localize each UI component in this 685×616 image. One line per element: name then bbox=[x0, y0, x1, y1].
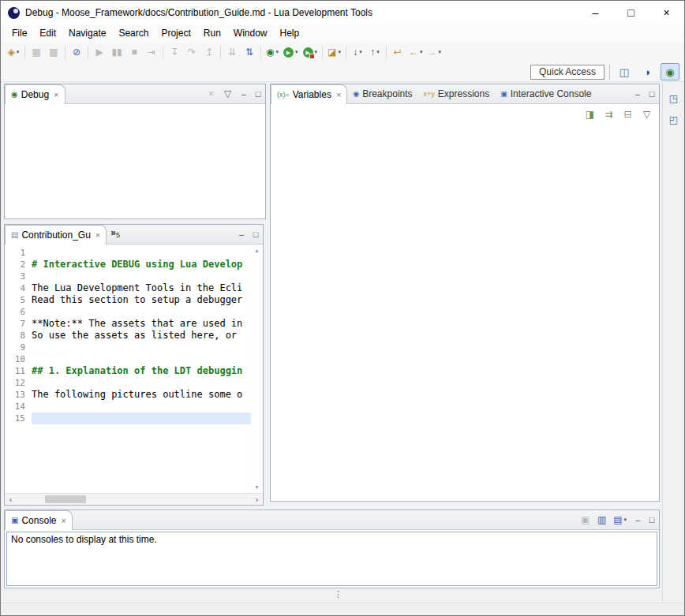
pin-console-icon[interactable]: ▣▾ bbox=[578, 513, 592, 527]
menu-navigate[interactable]: Navigate bbox=[62, 26, 112, 40]
suspend-button[interactable]: ▮▮▾ bbox=[109, 43, 125, 61]
view-menu-icon[interactable]: ▽▾ bbox=[221, 87, 234, 101]
debug-perspective-button[interactable]: ◉ bbox=[661, 63, 679, 80]
menu-search[interactable]: Search bbox=[112, 26, 155, 40]
show-logical-structure-icon[interactable]: ⇉ bbox=[602, 107, 616, 121]
code-line[interactable]: 2 # Interactive DEBUG using Lua Develop bbox=[5, 259, 251, 271]
scroll-down-icon[interactable]: ▾ bbox=[255, 483, 258, 491]
restore-minimized-view-icon[interactable]: ◳ bbox=[667, 91, 680, 106]
scroll-up-icon[interactable]: ▴ bbox=[255, 247, 258, 254]
collapse-all-icon[interactable]: ⊟ bbox=[621, 107, 634, 121]
scroll-left-icon[interactable]: ‹ bbox=[5, 495, 17, 504]
terminate-button[interactable]: ■▾ bbox=[126, 43, 142, 61]
minimize-view-icon[interactable]: – bbox=[237, 84, 251, 103]
minimize-view-icon[interactable]: – bbox=[631, 84, 645, 103]
code-line[interactable]: 5 Read this section to setup a debugger bbox=[5, 294, 251, 306]
close-tab-icon[interactable]: × bbox=[61, 516, 66, 525]
file-icon: ▤ bbox=[11, 231, 18, 239]
horizontal-scrollbar[interactable]: ‹ › bbox=[5, 493, 263, 505]
tab-icon: (x)= bbox=[277, 91, 290, 99]
window-close-button[interactable]: × bbox=[649, 1, 684, 24]
scrollbar-thumb[interactable] bbox=[45, 495, 86, 503]
open-perspective-button[interactable]: ◫ bbox=[615, 63, 634, 80]
code-line[interactable]: 10 bbox=[5, 353, 251, 365]
window-minimize-button[interactable]: – bbox=[578, 1, 613, 24]
view-menu-icon[interactable]: ▽ bbox=[640, 107, 653, 121]
maximize-view-icon[interactable]: □ bbox=[645, 510, 659, 529]
menu-help[interactable]: Help bbox=[274, 26, 306, 40]
tab-expressions[interactable]: x+y Expressions × bbox=[418, 84, 496, 103]
horizontal-sash-console[interactable] bbox=[4, 505, 660, 510]
disconnect-button[interactable]: ⇥▾ bbox=[144, 43, 159, 61]
run-button[interactable]: ▶▾ bbox=[282, 43, 300, 61]
back-button[interactable]: ←▾ bbox=[407, 43, 425, 61]
step-over-button[interactable]: ↷▾ bbox=[184, 43, 200, 61]
application-window: Debug - Moose_Framework/docs/Contributio… bbox=[0, 0, 685, 616]
menu-window[interactable]: Window bbox=[227, 26, 274, 40]
restore-outline-view-icon[interactable]: ◰ bbox=[667, 113, 680, 127]
mark-occurrences-button[interactable]: ◪▾ bbox=[326, 43, 342, 61]
resume-button[interactable]: ▶▾ bbox=[92, 43, 107, 61]
new-button[interactable]: ◈▾ bbox=[6, 43, 21, 61]
drop-to-frame-button[interactable]: ⇊▾ bbox=[224, 43, 240, 61]
code-line[interactable]: 12 bbox=[5, 377, 251, 389]
editor-tab-overflow[interactable]: » 5 bbox=[107, 225, 124, 244]
menu-edit[interactable]: Edit bbox=[33, 26, 62, 40]
code-line[interactable]: 13 The following pictures outline some o bbox=[5, 389, 251, 401]
tab-interactive-console[interactable]: ▣ Interactive Console × bbox=[495, 84, 597, 103]
step-return-button[interactable]: ↥▾ bbox=[201, 43, 217, 61]
scroll-right-icon[interactable]: › bbox=[251, 495, 263, 504]
forward-button[interactable]: →▾ bbox=[425, 43, 443, 61]
tab-contribution-guide[interactable]: ▤ Contribution_Gu × bbox=[5, 225, 107, 245]
horizontal-sash-debug-editor[interactable] bbox=[4, 219, 266, 224]
close-tab-icon[interactable]: × bbox=[95, 230, 100, 240]
menu-project[interactable]: Project bbox=[155, 26, 197, 40]
code-line[interactable]: 6 bbox=[5, 306, 251, 318]
tab-debug[interactable]: ◉ Debug × bbox=[5, 84, 66, 104]
code-editor[interactable]: 1 2 # Interactive DEBUG using Lua Develo… bbox=[5, 245, 251, 493]
code-line[interactable]: 7 **Note:** The assets that are used in bbox=[5, 318, 251, 330]
debug-button[interactable]: ◉▾ bbox=[264, 43, 280, 61]
sash-handle[interactable]: ⋮ bbox=[334, 590, 342, 599]
tab-variables[interactable]: (x)= Variables × bbox=[271, 84, 347, 104]
scrollbar-track[interactable] bbox=[17, 494, 251, 505]
tab-breakpoints[interactable]: ◉ Breakpoints × bbox=[347, 84, 417, 103]
code-line[interactable]: 8 So use the assets as listed here, or bbox=[5, 330, 251, 342]
save-all-button[interactable]: ▩▾ bbox=[46, 43, 62, 61]
code-line[interactable]: 1 bbox=[5, 247, 251, 259]
show-type-names-icon[interactable]: ◨ bbox=[583, 107, 597, 121]
open-console-icon[interactable]: ▤▾ bbox=[612, 513, 628, 527]
window-maximize-button[interactable]: □ bbox=[613, 1, 649, 24]
vertical-sash-left-right[interactable] bbox=[264, 84, 270, 502]
code-line[interactable]: 11 ## 1. Explanation of the LDT debuggin bbox=[5, 365, 251, 377]
use-step-filters-button[interactable]: ⇅▾ bbox=[241, 43, 257, 61]
quick-access-input[interactable]: Quick Access bbox=[530, 65, 605, 80]
lua-perspective-button[interactable]: ◑ bbox=[638, 63, 657, 80]
minimize-view-icon[interactable]: – bbox=[234, 225, 249, 244]
previous-annotation-button[interactable]: ↑▾ bbox=[367, 43, 383, 61]
close-tab-icon[interactable]: × bbox=[336, 90, 341, 99]
display-selected-console-icon[interactable]: ▥▾ bbox=[595, 513, 608, 527]
remove-all-terminated-icon[interactable]: ×▾ bbox=[204, 87, 218, 101]
last-edit-location-button[interactable]: ↩▾ bbox=[390, 43, 406, 61]
code-line[interactable]: 15 bbox=[5, 413, 251, 424]
menu-run[interactable]: Run bbox=[197, 26, 227, 40]
maximize-view-icon[interactable]: □ bbox=[645, 84, 659, 103]
code-line[interactable]: 3 bbox=[5, 271, 251, 282]
step-into-button[interactable]: ↧▾ bbox=[167, 43, 182, 61]
maximize-view-icon[interactable]: □ bbox=[249, 225, 263, 244]
skip-all-breakpoints-button[interactable]: ⊘▾ bbox=[69, 43, 84, 61]
tab-console[interactable]: ▣ Console × bbox=[5, 510, 73, 530]
code-line[interactable]: 9 bbox=[5, 342, 251, 353]
minimize-view-icon[interactable]: – bbox=[631, 510, 645, 529]
external-tools-button[interactable]: ▶▾ bbox=[301, 43, 320, 61]
dropdown-arrow-icon: ▾ bbox=[420, 49, 423, 55]
close-tab-icon[interactable]: × bbox=[54, 90, 58, 99]
next-annotation-button[interactable]: ↓▾ bbox=[350, 43, 365, 61]
vertical-scrollbar[interactable]: ▴ ▾ bbox=[251, 245, 263, 493]
save-button[interactable]: ▦▾ bbox=[28, 43, 44, 61]
bug-icon: ◉ bbox=[11, 91, 18, 99]
code-line[interactable]: 14 bbox=[5, 401, 251, 413]
code-line[interactable]: 4 The Lua Development Tools in the Ecli bbox=[5, 282, 251, 294]
menu-file[interactable]: File bbox=[6, 26, 33, 40]
